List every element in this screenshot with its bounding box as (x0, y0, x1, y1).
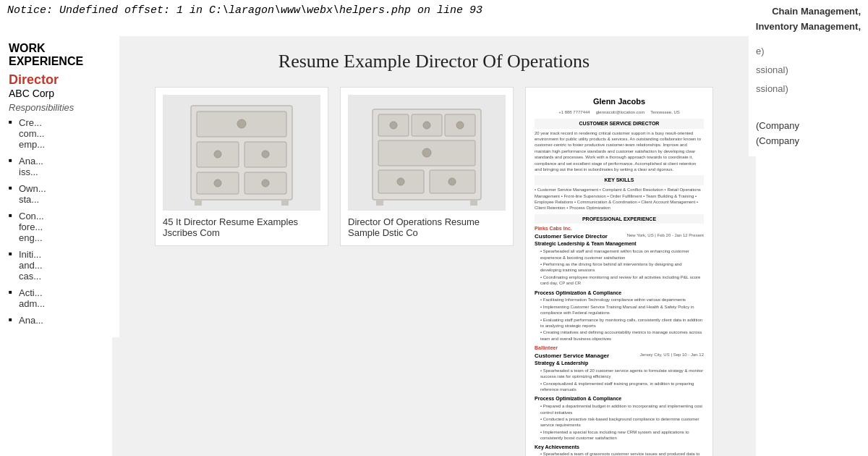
dresser-svg-1 (176, 98, 307, 207)
bullet-s3: • Coordinating employee monitoring and r… (535, 274, 704, 287)
bullet-p2: • Implementing Customer Service Training… (535, 304, 704, 316)
bullet-4: Con...fore...eng... (9, 211, 111, 243)
work-experience-title: WORK EXPERIENCE (9, 42, 111, 68)
svg-point-21 (422, 148, 431, 157)
process-section: Process Optimization & Compliance • Faci… (535, 290, 704, 342)
resume-job-title-header: Customer Service Director (535, 119, 704, 129)
process-section-2: Process Optimization & Compliance • Prep… (535, 395, 704, 441)
svg-point-19 (456, 122, 464, 129)
bullet-p3: • Evaluating staff performance by monito… (535, 317, 704, 329)
furniture-card-2[interactable]: Director Of Operations Resume Sample Dst… (340, 87, 514, 246)
bullet-5: Initi...and...cas... (9, 249, 111, 282)
furniture-card-1[interactable]: 45 It Director Resume Examples Jscribes … (155, 87, 328, 246)
furniture-image-1 (163, 95, 320, 211)
resume-card-inner: Glenn Jacobs +1 888 7777444 glennacob@lo… (526, 88, 712, 456)
svg-rect-27 (470, 200, 477, 206)
bullet-p4: • Creating initiatives and defining acco… (535, 329, 704, 342)
svg-point-2 (237, 119, 246, 128)
right-item-3: ssional) (756, 80, 861, 98)
company-name-1: Pinks Cabs Inc. (535, 226, 572, 231)
bullet-p1: • Facilitating Information Technology co… (535, 297, 704, 303)
page-title: Resume Example Director Of Operations (127, 51, 741, 72)
process-title-2: Process Optimization & Compliance (535, 395, 704, 402)
left-panel: WORK EXPERIENCE Director ABC Corp Respon… (0, 36, 119, 337)
bullet-p2-1: • Prepared a departmental budget in addi… (535, 403, 704, 415)
dresser-svg-2 (362, 98, 492, 207)
bullet-p2-2: • Conducted a proactive risk-based backg… (535, 416, 704, 428)
right-extra-2: (Company (756, 135, 861, 146)
right-panel-items: e) ssional) ssional) (756, 42, 861, 98)
svg-rect-12 (281, 200, 289, 206)
resume-location: Tennessee, US (650, 109, 680, 115)
right-item-2: ssional) (756, 61, 861, 80)
process-title: Process Optimization & Compliance (535, 290, 704, 297)
bullet-1: Cre...com...emp... (9, 117, 111, 150)
role-title-1: Customer Service Director (535, 233, 608, 240)
skill-inventory: Inventory Management, (756, 20, 861, 35)
right-panel-extra: (Company (Company (756, 120, 861, 146)
main-content: Resume Example Director Of Operations (112, 36, 756, 456)
key-skills-title: KEY SKILLS (535, 175, 704, 185)
role-title-2: Customer Service Manager (535, 352, 609, 359)
resume-name: Glenn Jacobs (535, 96, 704, 107)
bullet-list: Cre...com...emp... Ana...iss... Own...st… (9, 117, 111, 326)
resume-phone: +1 888 7777444 (558, 109, 590, 115)
svg-point-8 (214, 180, 221, 187)
resume-contact: +1 888 7777444 glennacob@location.com Te… (535, 109, 704, 115)
notice-text: Notice: Undefined offset: 1 in C:\larago… (7, 4, 629, 17)
right-panel: e) ssional) ssional) (Company (Company (749, 36, 868, 156)
svg-point-10 (262, 180, 269, 187)
director-title: Director (9, 72, 111, 88)
company-name-2: Ballinteer (535, 345, 558, 350)
achievements-title: Key Achievements (535, 444, 704, 451)
svg-point-15 (390, 122, 397, 129)
strategy-section-2: Strategy & Leadership • Spearheaded a te… (535, 360, 704, 392)
bullet-7: Ana... (9, 315, 111, 326)
card-2-label: Director Of Operations Resume Sample Dst… (348, 216, 506, 238)
svg-point-6 (262, 151, 269, 158)
bullet-s2: • Performing as the driving force behind… (535, 261, 704, 274)
strategy-title-2: Strategy & Leadership (535, 360, 704, 367)
dates-1: New York, US | Feb 20 - Jan 12 Present (627, 232, 704, 238)
resume-email: glennacob@location.com (596, 109, 644, 115)
company-name: ABC Corp (9, 88, 111, 99)
furniture-image-2 (348, 95, 506, 211)
strategy-section: Strategic Leadership & Team Management •… (535, 240, 704, 286)
card-1-label: 45 It Director Resume Examples Jscribes … (163, 216, 320, 238)
professional-experience-title: PROFESSIONAL EXPERIENCE (535, 214, 704, 224)
skill-chain: Chain Management, (756, 4, 861, 20)
cards-row: 45 It Director Resume Examples Jscribes … (127, 87, 741, 456)
svg-rect-26 (376, 200, 383, 206)
strategy-title: Strategic Leadership & Team Management (535, 240, 704, 248)
resume-card[interactable]: Glenn Jacobs +1 888 7777444 glennacob@lo… (525, 87, 713, 456)
bullet-3: Own...sta... (9, 183, 111, 205)
bullet-p2-3: • Implemented a special focus including … (535, 429, 704, 442)
responsibilities-label: Responsibilities (9, 102, 111, 113)
key-achievements-2: Key Achievements • Spearheaded a team of… (535, 444, 704, 456)
resume-summary: 20 year track record in rendering critic… (535, 130, 704, 173)
svg-rect-11 (195, 200, 202, 206)
right-extra-1: (Company (756, 120, 861, 131)
right-item-1: e) (756, 42, 861, 61)
bullet-s2-1: • Spearheaded a team of 20 customer serv… (535, 368, 704, 380)
bullet-6: Acti...adm... (9, 287, 111, 309)
company-1: Pinks Cabs Inc. (535, 225, 704, 232)
achievement-1: • Spearheaded a team of grassroots custo… (535, 451, 704, 456)
company-2: Ballinteer (535, 345, 704, 352)
dates-2: Jersey City, US | Sep 10 - Jan 12 (640, 352, 704, 358)
notice-message: Notice: Undefined offset: 1 in C:\larago… (7, 4, 482, 17)
svg-point-25 (448, 178, 456, 185)
role-row-1: Customer Service Director New York, US |… (535, 232, 704, 240)
role-row-2: Customer Service Manager Jersey City, US… (535, 352, 704, 360)
resume-skills: • Customer Service Management • Complain… (535, 187, 704, 211)
svg-point-4 (214, 151, 221, 158)
bullet-2: Ana...iss... (9, 156, 111, 177)
bullet-s1: • Spearheaded all staff and management w… (535, 248, 704, 261)
svg-point-23 (397, 178, 404, 185)
bullet-s2-2: • Conceptualized & implemented staff tra… (535, 381, 704, 393)
svg-point-17 (423, 122, 430, 129)
